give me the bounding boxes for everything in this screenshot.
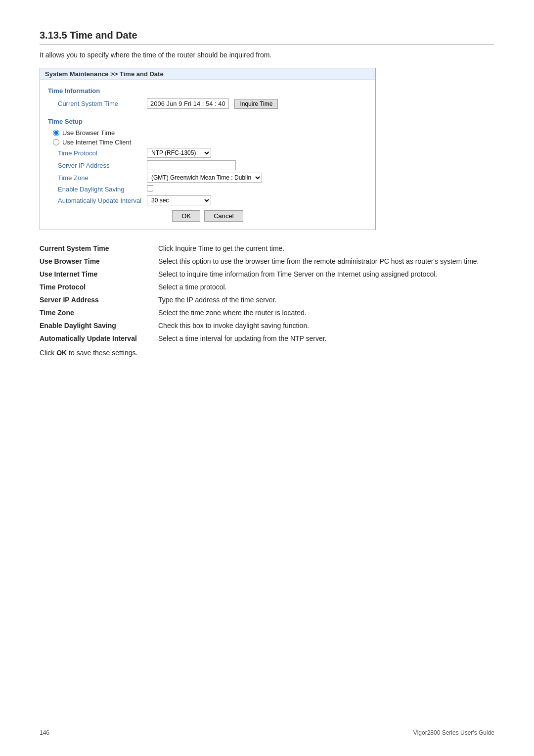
time-zone-input-col: (GMT) Greenwich Mean Time : Dublin [147, 173, 367, 183]
desc-term: Current System Time [40, 242, 158, 255]
desc-row: Enable Daylight SavingCheck this box to … [40, 319, 494, 332]
time-zone-label: Time Zone [58, 174, 147, 182]
current-system-time-row: Current System Time 2006 Jun 9 Fri 14 : … [48, 98, 367, 109]
desc-term: Time Protocol [40, 281, 158, 293]
section-title: 3.13.5 Time and Date [40, 30, 494, 45]
router-panel: System Maintenance >> Time and Date Time… [40, 68, 376, 230]
desc-definition: Select the time zone where the router is… [158, 306, 494, 319]
current-system-time-label: Current System Time [48, 100, 147, 107]
auto-update-row: Automatically Update Interval 30 sec [48, 195, 367, 205]
time-protocol-label: Time Protocol [58, 149, 147, 157]
auto-update-input-col: 30 sec [147, 195, 367, 205]
footer: 146 Vigor2800 Series User's Guide [40, 729, 494, 736]
intro-text: It allows you to specify where the time … [40, 51, 494, 59]
desc-definition: Select to inquire time information from … [158, 268, 494, 281]
desc-term: Use Browser Time [40, 255, 158, 268]
time-protocol-select[interactable]: NTP (RFC-1305) [147, 148, 211, 158]
desc-definition: Check this box to invoke daylight saving… [158, 319, 494, 332]
page-number: 146 [40, 729, 49, 736]
use-internet-time-label: Use Internet Time Client [62, 139, 131, 146]
use-browser-time-radio[interactable] [53, 130, 59, 136]
panel-body: Time Information Current System Time 200… [40, 80, 375, 230]
use-internet-time-row: Use Internet Time Client [48, 139, 367, 146]
cancel-button[interactable]: Cancel [204, 210, 243, 222]
desc-definition: Select this option to use the browser ti… [158, 255, 494, 268]
desc-term: Use Internet Time [40, 268, 158, 281]
use-browser-time-label: Use Browser Time [62, 129, 115, 137]
time-zone-row: Time Zone (GMT) Greenwich Mean Time : Du… [48, 173, 367, 183]
current-system-time-display: 2006 Jun 9 Fri 14 : 54 : 40 [147, 98, 229, 109]
inquire-time-button[interactable]: Inquire Time [234, 99, 278, 109]
desc-definition: Select a time interval for updating from… [158, 332, 494, 345]
desc-row: Use Browser TimeSelect this option to us… [40, 255, 494, 268]
panel-breadcrumb: System Maintenance >> Time and Date [40, 68, 375, 80]
desc-row: Use Internet TimeSelect to inquire time … [40, 268, 494, 281]
desc-term: Automatically Update Interval [40, 332, 158, 345]
description-table: Current System TimeClick Inquire Time to… [40, 242, 494, 345]
desc-definition: Click Inquire Time to get the current ti… [158, 242, 494, 255]
use-browser-time-row: Use Browser Time [48, 129, 367, 137]
desc-term: Enable Daylight Saving [40, 319, 158, 332]
server-ip-row: Server IP Address [48, 160, 367, 170]
enable-daylight-input-col [147, 185, 367, 193]
desc-row: Server IP AddressType the IP address of … [40, 293, 494, 306]
desc-row: Automatically Update IntervalSelect a ti… [40, 332, 494, 345]
server-ip-input-col [147, 160, 367, 170]
desc-definition: Type the IP address of the time server. [158, 293, 494, 306]
auto-update-label: Automatically Update Interval [58, 197, 147, 204]
desc-row: Time ProtocolSelect a time protocol. [40, 281, 494, 293]
server-ip-input[interactable] [147, 160, 236, 170]
auto-update-select[interactable]: 30 sec [147, 195, 211, 205]
button-row: OK Cancel [48, 210, 367, 222]
time-zone-select[interactable]: (GMT) Greenwich Mean Time : Dublin [147, 173, 262, 183]
current-system-time-value-col: 2006 Jun 9 Fri 14 : 54 : 40 Inquire Time [147, 98, 367, 109]
desc-row: Current System TimeClick Inquire Time to… [40, 242, 494, 255]
desc-definition: Select a time protocol. [158, 281, 494, 293]
desc-term: Server IP Address [40, 293, 158, 306]
server-ip-label: Server IP Address [58, 162, 147, 169]
click-ok-line: Click OK to save these settings. [40, 349, 494, 357]
time-setup-label: Time Setup [48, 118, 367, 125]
enable-daylight-checkbox[interactable] [147, 185, 153, 191]
enable-daylight-row: Enable Daylight Saving [48, 185, 367, 193]
guide-name: Vigor2800 Series User's Guide [413, 729, 494, 736]
use-internet-time-radio[interactable] [53, 139, 59, 145]
enable-daylight-label: Enable Daylight Saving [58, 186, 147, 193]
desc-term: Time Zone [40, 306, 158, 319]
time-protocol-row: Time Protocol NTP (RFC-1305) [48, 148, 367, 158]
time-protocol-input-col: NTP (RFC-1305) [147, 148, 367, 158]
desc-row: Time ZoneSelect the time zone where the … [40, 306, 494, 319]
ok-button[interactable]: OK [172, 210, 200, 222]
time-information-label: Time Information [48, 87, 367, 94]
